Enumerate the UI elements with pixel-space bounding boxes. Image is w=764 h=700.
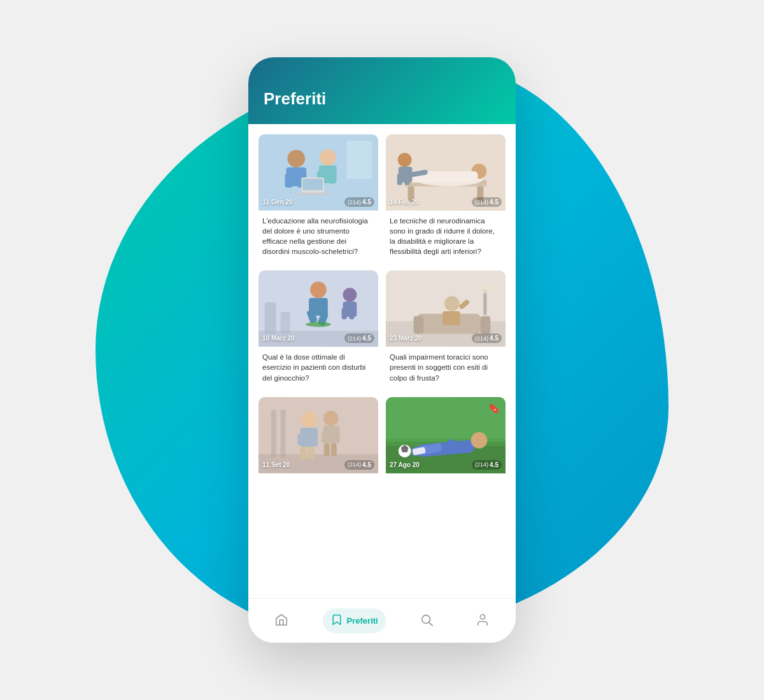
list-item[interactable]: 23 Marz 20 (214) 4.5 Quali impairment to… [386, 270, 506, 389]
bookmark-icon[interactable]: 🔖 [488, 402, 500, 414]
svg-point-47 [476, 284, 495, 294]
nav-item-preferiti[interactable]: Preferiti [323, 608, 386, 633]
svg-rect-54 [297, 434, 304, 445]
svg-rect-36 [265, 302, 276, 333]
svg-rect-37 [281, 312, 290, 334]
card-date: 23 Marz 20 [390, 335, 422, 342]
svg-rect-57 [308, 446, 314, 459]
list-item[interactable]: 27 Ago 20 (214) 4.5 🔖 [386, 397, 506, 485]
svg-rect-61 [331, 432, 337, 443]
card-rating: (214) 4.5 [472, 333, 502, 343]
card-text: Le tecniche di neurodinamica sono in gra… [386, 211, 506, 263]
svg-rect-56 [300, 446, 306, 459]
card-grid: 11 Gen 20 (214) 4.5 L'educazione alla ne… [258, 134, 506, 485]
card-image-wrapper: 11 Gen 20 (214) 4.5 [258, 134, 378, 211]
card-meta: 11 Set 20 (214) 4.5 [262, 460, 374, 470]
card-meta: 23 Marz 20 (214) 4.5 [390, 333, 502, 343]
svg-rect-44 [442, 311, 460, 325]
list-item[interactable]: 11 Gen 20 (214) 4.5 L'educazione alla ne… [258, 134, 378, 263]
home-icon [274, 613, 288, 629]
card-text: L'educazione alla neurofisiologia del do… [258, 211, 378, 263]
card-rating: (214) 4.5 [472, 460, 502, 470]
svg-point-27 [310, 282, 327, 298]
card-date: 11 Gen 20 [262, 199, 292, 206]
svg-rect-63 [331, 444, 337, 456]
svg-point-31 [306, 322, 331, 327]
svg-rect-4 [285, 174, 293, 188]
svg-rect-46 [483, 290, 486, 316]
list-item[interactable]: 11 Set 20 (214) 4.5 [258, 397, 378, 485]
page-title: Preferiti [264, 89, 500, 109]
card-date: 14 Feb 20 [390, 199, 419, 206]
svg-point-32 [343, 288, 357, 302]
card-meta: 27 Ago 20 (214) 4.5 [390, 460, 502, 470]
bottom-navigation: Preferiti [248, 598, 516, 643]
card-image-wrapper: 14 Feb 20 (214) 4.5 [386, 134, 506, 211]
svg-rect-60 [322, 432, 327, 443]
svg-point-43 [444, 297, 460, 312]
svg-line-75 [430, 622, 433, 626]
svg-rect-51 [281, 410, 286, 457]
card-rating: (214) 4.5 [344, 197, 374, 207]
list-item[interactable]: 10 Marz 20 (214) 4.5 Qual è la dose otti… [258, 270, 378, 389]
card-rating: (214) 4.5 [344, 333, 374, 343]
svg-rect-50 [271, 410, 276, 457]
svg-point-6 [320, 149, 336, 165]
card-rating: (214) 4.5 [472, 197, 502, 207]
svg-rect-12 [296, 193, 329, 195]
svg-rect-35 [349, 308, 354, 319]
svg-rect-1 [347, 141, 372, 179]
card-image-wrapper: 11 Set 20 (214) 4.5 [258, 397, 378, 473]
card-text: Qual è la dose ottimale di esercizio in … [258, 347, 378, 389]
card-image-wrapper: 10 Marz 20 (214) 4.5 [258, 270, 378, 347]
svg-point-20 [398, 153, 412, 167]
bookmark-nav-icon [330, 613, 343, 628]
card-date: 11 Set 20 [262, 461, 290, 468]
svg-rect-9 [329, 171, 336, 184]
content-area: 11 Gen 20 (214) 4.5 L'educazione alla ne… [248, 124, 516, 598]
nav-item-home[interactable] [267, 608, 296, 634]
card-meta: 11 Gen 20 (214) 4.5 [262, 197, 374, 207]
card-image-wrapper: 27 Ago 20 (214) 4.5 🔖 [386, 397, 506, 473]
svg-point-68 [471, 432, 488, 449]
user-icon [476, 613, 490, 629]
nav-item-search[interactable] [412, 608, 441, 634]
phone-frame: Preferiti [248, 57, 516, 643]
svg-rect-62 [324, 444, 330, 456]
svg-rect-22 [397, 174, 402, 185]
svg-rect-23 [405, 174, 410, 185]
card-meta: 10 Marz 20 (214) 4.5 [262, 333, 374, 343]
svg-point-2 [288, 150, 306, 167]
nav-label-preferiti: Preferiti [347, 616, 378, 626]
svg-point-52 [301, 411, 317, 428]
svg-rect-55 [309, 434, 315, 445]
svg-rect-42 [480, 316, 490, 334]
card-text [386, 473, 506, 485]
card-text: Quali impairment toracici sono presenti … [386, 347, 506, 389]
card-meta: 14 Feb 20 (214) 4.5 [390, 197, 502, 207]
card-date: 10 Marz 20 [262, 335, 295, 342]
svg-point-58 [323, 410, 339, 426]
card-rating: (214) 4.5 [344, 460, 374, 470]
nav-item-profile[interactable] [468, 608, 497, 634]
svg-rect-11 [302, 179, 323, 190]
list-item[interactable]: 14 Feb 20 (214) 4.5 Le tecniche di neuro… [386, 134, 506, 263]
svg-rect-41 [414, 316, 424, 334]
svg-point-76 [480, 615, 485, 619]
card-date: 27 Ago 20 [390, 461, 420, 468]
search-icon [420, 613, 434, 629]
card-image-wrapper: 23 Marz 20 (214) 4.5 [386, 270, 506, 347]
page-header: Preferiti [248, 57, 516, 124]
svg-rect-34 [342, 308, 347, 319]
card-text [258, 473, 378, 485]
